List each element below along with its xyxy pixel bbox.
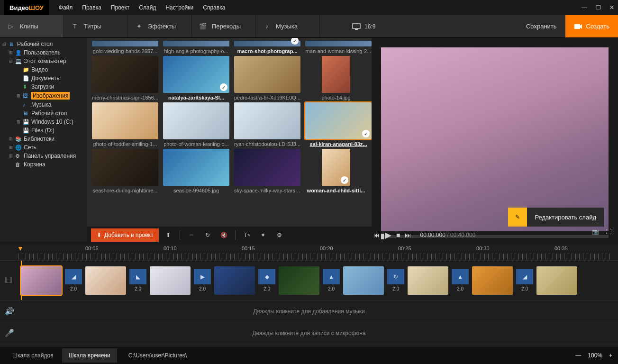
transition[interactable]: ↻2.0	[386, 266, 406, 295]
thumbnail[interactable]: photo-of-toddler-smiling-1...	[92, 102, 158, 147]
timeline-clip[interactable]	[408, 266, 448, 295]
tree-item[interactable]: ⊞⚙Панель управления	[0, 152, 87, 160]
save-button[interactable]: Сохранить	[518, 15, 565, 37]
thumbnail[interactable]: ryan-christodoulou-LDrSJ3...	[234, 102, 300, 147]
next-icon[interactable]: ⏭	[405, 231, 411, 239]
thumbnail[interactable]: high-angle-photography-o...	[163, 41, 229, 54]
transition[interactable]: ◆2.0	[257, 266, 277, 295]
prev-icon[interactable]: ⏮	[373, 231, 380, 239]
wand-tool-icon[interactable]: ✦	[256, 228, 270, 242]
minimize-button[interactable]: —	[582, 4, 587, 11]
tab-text[interactable]: TТитры	[64, 15, 128, 37]
tree-item[interactable]: 💾Files (D:)	[0, 126, 87, 135]
mute-icon[interactable]: 🔇	[217, 228, 230, 242]
tree-item[interactable]: ♪Музыка	[0, 100, 87, 109]
timeline-clip[interactable]	[150, 266, 191, 295]
tree-item[interactable]: 📁Видео	[0, 65, 87, 74]
tab-play[interactable]: ▷Клипы	[0, 15, 64, 37]
add-to-project-button[interactable]: ⬇ Добавить в проект	[91, 228, 159, 242]
mic-track[interactable]: 🎤 Дважды кликните для записи с микрофона	[0, 322, 618, 344]
timeline-clip[interactable]	[472, 266, 513, 295]
expand-icon[interactable]: ⊞	[9, 136, 13, 141]
transition[interactable]: ◢2.0	[515, 266, 535, 295]
tab-note[interactable]: ♪Музыка	[256, 15, 320, 37]
tree-item[interactable]: ⊟💻Этот компьютер	[0, 57, 87, 65]
timeline-clip[interactable]	[85, 266, 126, 295]
expand-icon[interactable]: ⊞	[9, 154, 13, 158]
gear-icon[interactable]: ⚙	[273, 228, 286, 242]
menu-справка[interactable]: Справка	[199, 2, 229, 13]
expand-icon[interactable]: ⊞	[9, 145, 13, 150]
expand-icon[interactable]: ⊟	[9, 59, 13, 64]
transition[interactable]: ◢2.0	[64, 266, 83, 295]
edit-slide-button[interactable]: ✎ Редактировать слайд	[508, 208, 604, 227]
menu-настройки[interactable]: Настройки	[162, 2, 197, 13]
film-icon: 🎞	[5, 276, 12, 285]
text-tool-icon[interactable]: T✎	[240, 228, 254, 242]
transition[interactable]: ▲2.0	[450, 266, 470, 295]
menu-файл[interactable]: Файл	[55, 2, 77, 13]
tabstrip: ▷КлипыTТитры✦Эффекты🎬Переходы♪Музыка 16:…	[0, 15, 618, 38]
close-button[interactable]: ✕	[609, 4, 614, 11]
time-scale-button[interactable]: Шкала времени	[62, 348, 117, 363]
tree-item[interactable]: ⊟🖥Рабочий стол	[0, 40, 87, 48]
timeline-clip[interactable]	[214, 266, 255, 295]
create-button[interactable]: Создать	[565, 15, 618, 37]
aspect-ratio[interactable]: 16:9	[344, 15, 384, 37]
thumbnail[interactable]: merry-christmas-sign-1656...	[92, 56, 158, 100]
tree-item[interactable]: ⊞💾Windows 10 (C:)	[0, 118, 87, 126]
thumbnail[interactable]: ✓woman-and-child-sitti...	[305, 149, 367, 193]
expand-icon[interactable]: ⊟	[2, 42, 7, 46]
expand-icon[interactable]: ⊞	[16, 93, 21, 98]
timeline-clip[interactable]	[279, 266, 319, 295]
tree-item[interactable]: ⊞🌐Сеть	[0, 143, 87, 152]
fullscreen-icon[interactable]: ⛶	[606, 228, 611, 235]
tree-item[interactable]: ⊞👤Пользователь	[0, 48, 87, 57]
thumbnail[interactable]: seaside-994605.jpg	[163, 149, 229, 193]
preview-canvas[interactable]: ✎ Редактировать слайд	[381, 47, 609, 231]
thumbnail[interactable]: man-and-woman-kissing-2...	[305, 41, 372, 54]
tree-item[interactable]: 📄Документы	[0, 74, 87, 82]
thumbnail[interactable]: ✓natalya-zaritskaya-SI...	[163, 56, 229, 100]
menu-проект[interactable]: Проект	[107, 2, 134, 13]
thumbnail[interactable]: gold-wedding-bands-2657...	[92, 41, 158, 54]
maximize-button[interactable]: ❐	[596, 4, 601, 11]
snapshot-icon[interactable]: 📷	[592, 228, 599, 235]
thumbnail[interactable]: sky-space-milky-way-stars-...	[234, 149, 300, 193]
play-icon[interactable]: ▶	[385, 230, 391, 240]
timeline-clip[interactable]	[343, 266, 384, 295]
time-ruler[interactable]: ▼ 00:0500:1000:1500:2000:2500:3000:35	[0, 245, 618, 261]
expand-icon[interactable]: ⊞	[9, 50, 13, 55]
playhead-marker[interactable]: ▼	[17, 245, 24, 252]
tab-wand[interactable]: ✦Эффекты	[128, 15, 192, 37]
thumbnail[interactable]: photo-14.jpg	[305, 56, 367, 100]
thumbnail[interactable]: pedro-lastra-br-Xdb9KE0Q...	[234, 56, 300, 100]
transition[interactable]: ▶2.0	[192, 266, 212, 295]
slides-scale-button[interactable]: Шкала слайдов	[6, 348, 60, 363]
thumbnail[interactable]: ✓macro-shot-photograp...	[234, 41, 300, 54]
clip-track[interactable]: 🎞 ◢2.0◣2.0▶2.0◆2.0▲2.0↻2.0▲2.0◢2.0	[0, 261, 618, 300]
timeline-clip[interactable]	[21, 266, 62, 295]
tree-item[interactable]: ⬇Загрузки	[0, 82, 87, 91]
tree-item[interactable]: 🗑Корзина	[0, 160, 87, 169]
thumbnail[interactable]: ✓sai-kiran-anagani-83z...	[305, 102, 372, 147]
zoom-in-button[interactable]: +	[609, 352, 612, 359]
music-track[interactable]: 🔊 Дважды кликните для добавления музыки	[0, 300, 618, 322]
transition[interactable]: ▲2.0	[321, 266, 341, 295]
stop-icon[interactable]: ■	[396, 231, 400, 239]
transition[interactable]: ◣2.0	[128, 266, 148, 295]
tab-slate[interactable]: 🎬Переходы	[192, 15, 256, 37]
menu-правка[interactable]: Правка	[78, 2, 105, 13]
thumbnail[interactable]: seashore-during-nighttime...	[92, 149, 158, 193]
cut-icon[interactable]: ✂	[185, 228, 198, 242]
expand-icon[interactable]: ⊞	[16, 119, 21, 124]
rotate-icon[interactable]: ↻	[201, 228, 214, 242]
zoom-out-button[interactable]: —	[575, 352, 581, 359]
timeline-clip[interactable]	[536, 266, 577, 295]
tree-item[interactable]: ⊞📚Библиотеки	[0, 135, 87, 143]
menu-слайд[interactable]: Слайд	[135, 2, 160, 13]
tree-item[interactable]: ⊞🖼Изображения	[0, 91, 87, 100]
thumbnail[interactable]: photo-of-woman-leaning-o...	[163, 102, 229, 147]
tree-item[interactable]: 🖥Рабочий стол	[0, 109, 87, 118]
upload-icon[interactable]: ⬆	[162, 228, 175, 242]
